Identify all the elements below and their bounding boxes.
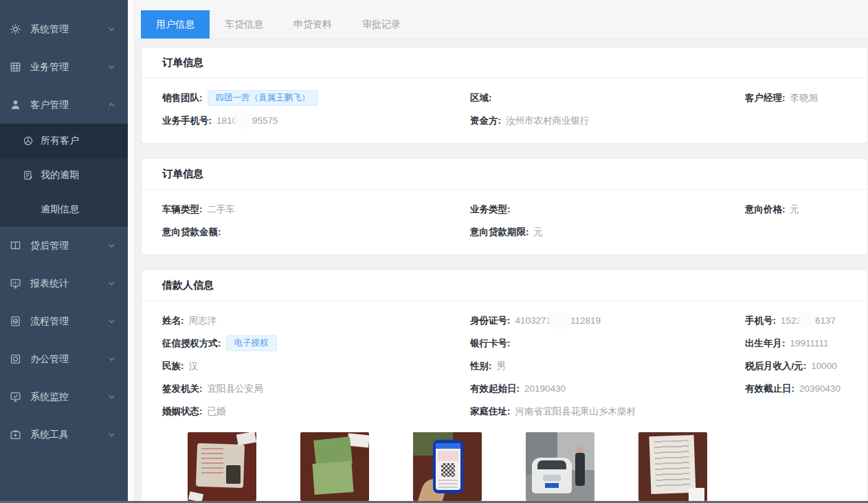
- vehicle-order-info-card: 订单信息 车辆类型:二手车 业务类型: 意向价格:元 意向贷款金额:: [141, 158, 868, 255]
- photo-handwritten-document[interactable]: 其他材料: [638, 432, 707, 503]
- field-label: 车辆类型:: [162, 204, 203, 214]
- field-vehicle-type: 车辆类型:二手车: [162, 198, 470, 221]
- card-title: 订单信息: [142, 47, 867, 78]
- field-account-manager: 客户经理:李晓旭: [745, 87, 847, 109]
- field-gender: 性别:男: [470, 355, 745, 377]
- field-label: 意向贷款期限:: [470, 227, 529, 237]
- chevron-down-icon: [108, 280, 115, 287]
- field-intent-price: 意向价格:元: [745, 198, 847, 221]
- drivers-license-photo-thumbnail[interactable]: [300, 432, 369, 501]
- sidebar-subitem-all-customers[interactable]: 所有客户: [0, 124, 128, 158]
- sidebar-item-label: 流程管理: [30, 315, 69, 328]
- field-name: 姓名:周志洋: [162, 309, 470, 332]
- field-label: 区域:: [470, 93, 492, 103]
- sales-team-tag[interactable]: 四团一营（直属王鹏飞）: [208, 90, 319, 106]
- gear-icon: [10, 23, 21, 35]
- photo-drivers-license[interactable]: 驾驶证照片: [300, 432, 369, 503]
- field-value: 李晓旭: [790, 93, 819, 103]
- field-label: 销售团队:: [162, 93, 203, 103]
- sidebar-subitem-my-overdue[interactable]: 我的逾期: [0, 158, 128, 192]
- main-content: 用户信息 车贷信息 申贷资料 审批记录 订单信息 销售团队:四团一营（直属王鹏飞…: [128, 0, 868, 503]
- tab-user-info[interactable]: 用户信息: [141, 10, 210, 38]
- sidebar-item-report-statistics[interactable]: 报表统计: [0, 265, 128, 302]
- field-valid-to: 有效截止日:20390430: [745, 377, 847, 400]
- document-photo-thumbnail[interactable]: [638, 432, 707, 501]
- redaction-blur: [801, 315, 815, 326]
- card-title: 订单信息: [142, 159, 867, 190]
- sidebar-item-label: 业务管理: [30, 61, 69, 74]
- field-credit-auth-method: 征信授权方式:电子授权: [162, 332, 470, 355]
- monitor-check-icon: [10, 391, 21, 403]
- sidebar-subitem-label: 我的逾期: [41, 169, 79, 181]
- field-label: 意向价格:: [745, 204, 786, 214]
- field-region: 区域:: [470, 87, 745, 109]
- chevron-down-icon: [108, 242, 115, 249]
- id-card-photo-thumbnail[interactable]: [188, 432, 256, 501]
- sidebar-nav: 系统管理 业务管理 客户管理 所有客户 我的逾期 逾期信息: [0, 0, 128, 454]
- chevron-down-icon: [108, 317, 115, 325]
- sidebar-item-system-monitor[interactable]: 系统监控: [0, 378, 128, 416]
- credit-auth-photo-thumbnail[interactable]: [413, 432, 482, 501]
- borrower-photo-gallery: 身份证 驾驶证照片 征信授权: [188, 432, 847, 503]
- pie-chart-icon: [23, 135, 34, 146]
- person-car-photo-thumbnail[interactable]: [526, 432, 594, 501]
- sidebar-subitem-overdue-info[interactable]: 逾期信息: [0, 192, 128, 227]
- field-marital-status: 婚姻状态:已婚: [162, 400, 470, 423]
- field-value: 181095575: [216, 115, 278, 126]
- field-value: 二手车: [208, 204, 236, 214]
- field-valid-from: 有效起始日:20190430: [470, 377, 745, 400]
- field-ethnicity: 民族:汉: [162, 355, 470, 377]
- tab-approval-records[interactable]: 审批记录: [347, 10, 416, 38]
- document-pencil-icon: [23, 170, 34, 181]
- tab-car-loan-info[interactable]: 车贷信息: [210, 10, 278, 38]
- sidebar-item-process-management[interactable]: 流程管理: [0, 302, 128, 340]
- field-issuing-authority: 签发机关:宜阳县公安局: [162, 377, 470, 400]
- photo-id-card[interactable]: 身份证: [188, 432, 256, 503]
- field-label: 客户经理:: [745, 93, 786, 103]
- field-id-number: 身份证号:4103271112819: [470, 309, 745, 332]
- borrower-info-card: 借款人信息 姓名:周志洋 身份证号:4103271112819 手机号:1523…: [141, 269, 868, 503]
- field-birth-date: 出生年月:19911111: [745, 332, 847, 355]
- sidebar-item-system-tools[interactable]: 系统工具: [0, 416, 128, 454]
- sidebar-subitem-label: 逾期信息: [41, 203, 79, 216]
- sidebar-item-label: 系统管理: [30, 23, 69, 36]
- sidebar-item-system-management[interactable]: 系统管理: [0, 10, 128, 48]
- monitor-icon: [10, 278, 21, 289]
- sidebar-item-business-management[interactable]: 业务管理: [0, 48, 128, 86]
- photo-person-with-car[interactable]: 人车合影: [526, 432, 594, 503]
- field-mobile: 手机号:15236137: [745, 309, 847, 332]
- field-intent-loan-term: 意向贷款期限:元: [470, 221, 745, 243]
- chevron-down-icon: [108, 355, 115, 363]
- field-label: 业务类型:: [470, 204, 511, 214]
- field-label: 意向贷款金额:: [162, 227, 221, 237]
- sidebar-item-customer-management[interactable]: 客户管理: [0, 86, 128, 124]
- field-home-address: 家庭住址:河南省宜阳县花果山乡木柴村: [470, 400, 745, 423]
- sidebar-item-label: 客户管理: [30, 99, 69, 111]
- chevron-down-icon: [108, 393, 115, 401]
- workflow-check-icon: [10, 315, 21, 327]
- redaction-blur: [237, 115, 252, 126]
- sidebar-item-label: 报表统计: [30, 278, 69, 290]
- field-intent-loan-amount: 意向贷款金额:: [162, 221, 470, 243]
- field-sales-team: 销售团队:四团一营（直属王鹏飞）: [162, 87, 470, 109]
- grid-icon: [10, 61, 21, 73]
- chevron-up-icon: [108, 101, 115, 109]
- customer-management-submenu: 所有客户 我的逾期 逾期信息: [0, 124, 128, 227]
- sidebar-item-postloan-management[interactable]: 贷后管理: [0, 227, 128, 265]
- sidebar-item-label: 办公管理: [30, 353, 69, 366]
- detail-tabbar: 用户信息 车贷信息 申贷资料 审批记录: [128, 0, 868, 39]
- field-business-phone: 业务手机号:181095575: [162, 109, 470, 132]
- redaction-blur: [551, 315, 570, 326]
- photo-credit-auth-qr[interactable]: 征信授权: [413, 432, 482, 503]
- open-book-icon: [10, 240, 21, 252]
- tab-loan-application-docs[interactable]: 申贷资料: [278, 10, 347, 38]
- sidebar-item-label: 系统工具: [30, 429, 69, 441]
- chevron-down-icon: [108, 25, 115, 33]
- square-circle-icon: [10, 353, 21, 365]
- sidebar-item-office-management[interactable]: 办公管理: [0, 340, 128, 378]
- sidebar-item-label: 贷后管理: [30, 240, 69, 252]
- credit-auth-tag[interactable]: 电子授权: [226, 335, 277, 351]
- field-value: 元: [790, 204, 800, 214]
- sidebar-content-divider: [128, 0, 135, 503]
- chevron-down-icon: [108, 63, 115, 71]
